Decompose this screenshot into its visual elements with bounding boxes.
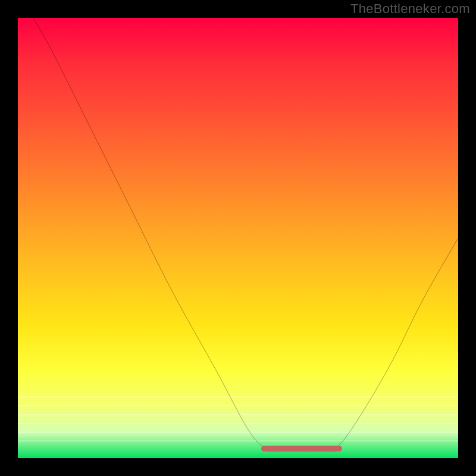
chart-frame: TheBottleneker.com [0,0,476,476]
optimal-range-marker [264,446,339,452]
watermark-text: TheBottleneker.com [350,1,470,17]
bottleneck-curve [18,18,458,458]
plot-area [18,18,458,458]
optimal-range-end-right [336,446,342,452]
